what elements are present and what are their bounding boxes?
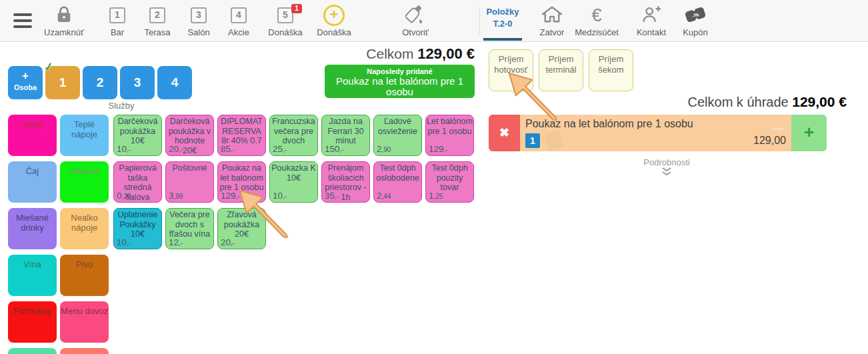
product-price: 2,44 (377, 191, 391, 201)
product-button[interactable]: Papierová taška stredná fialova 0,20 (113, 161, 162, 203)
tab-sublabel: T.2-0 (483, 18, 522, 30)
cart-item-name: Poukaz na let balónom pre 1 osobu (525, 118, 693, 130)
amount-due-value: 129,00 € (792, 94, 847, 109)
product-button[interactable]: Test 0dph oslobodene 2,44 (373, 161, 422, 203)
category-button[interactable]: Teplé nápoje (60, 115, 109, 156)
pay-check-button[interactable]: Príjem šekom (589, 49, 633, 91)
product-price: 20,- (221, 237, 235, 247)
pay-terminal-button[interactable]: Príjem terminál (539, 49, 583, 91)
amount-due-label: Celkom k úhrade (688, 95, 789, 109)
pay-cash-button[interactable]: Príjem hotovosť (489, 49, 533, 91)
product-price: 85,- (221, 144, 235, 154)
person-button-4[interactable]: 4 (157, 66, 192, 99)
product-name: Test 0dph oslobodene (375, 163, 421, 183)
notification-badge: 1 (291, 4, 302, 13)
category-button[interactable]: Čaj (8, 161, 57, 203)
toolbar-item-zatvor[interactable]: Zatvor (533, 4, 571, 37)
key-4-icon: 4 (231, 7, 247, 23)
remove-item-button[interactable]: ✖ (489, 115, 520, 151)
product-price: 10,- (117, 237, 131, 247)
add-item-button[interactable]: + (791, 115, 827, 151)
product-name: Let balónom pre 1 osobu (427, 117, 473, 136)
category-button[interactable]: Miešané drinky (8, 208, 57, 249)
product-name: Francuzska večera pre dvoch (271, 117, 317, 146)
plus-icon: + (804, 122, 814, 142)
product-button[interactable]: Jazda na Ferrari 30 minut 150,- (321, 115, 370, 156)
key-3-icon: 3 (191, 7, 207, 23)
tab-polozky[interactable]: Položky T.2-0 (483, 6, 522, 30)
category-button[interactable]: Vína (8, 255, 57, 296)
toolbar-item-bar[interactable]: 1 Bar (97, 4, 137, 37)
product-name: Test 0dph pouzity tovar (427, 163, 473, 193)
order-total: Celkom 129,00 € (268, 45, 475, 63)
home-icon (541, 5, 563, 26)
close-icon: ✖ (499, 126, 509, 139)
category-button[interactable]: Menu dovoz (60, 301, 109, 343)
product-name: Zľavová poukážka 20€ (219, 210, 265, 239)
euro-icon: € (591, 5, 601, 26)
product-button[interactable]: Poukaz na let balónom pre 1 osobu 129,- (217, 161, 266, 203)
toolbar-item-otvorit[interactable]: Otvoriť (390, 4, 441, 37)
plus-icon: + (8, 71, 43, 81)
toolbar-item-terasa[interactable]: 2 Terasa (137, 4, 177, 37)
product-button[interactable]: Večera pre dvoch s fľašou vína 12,- (165, 208, 214, 249)
last-added-button[interactable]: Naposledy pridané Poukaz na let balónom … (325, 65, 475, 98)
category-button[interactable]: Jedlá (8, 115, 57, 156)
category-button[interactable] (8, 348, 57, 354)
product-button[interactable]: Zľavová poukážka 20€ 20,- (217, 208, 266, 249)
toolbar-item-akcie[interactable]: 4 Akcie (219, 4, 259, 37)
toolbar-item-medzisucet[interactable]: € Medzisúčet (571, 4, 622, 37)
product-price: 129,- (429, 144, 448, 154)
toolbar-item-kupon[interactable]: -% Kupón (675, 4, 715, 37)
category-button[interactable] (60, 348, 109, 354)
category-button[interactable]: Alkohol (60, 161, 109, 203)
person-add-icon (641, 5, 661, 26)
product-price: 20,- (169, 144, 183, 154)
order-total-label: Celkom (366, 46, 413, 61)
check-icon: ✓ (43, 59, 55, 75)
category-button[interactable]: Pivo (60, 255, 109, 296)
product-price: 129,- (221, 191, 240, 201)
product-button[interactable]: Uplatnenie Poukážky 10€ 10,- (113, 208, 162, 249)
product-button[interactable]: Darčeková poukážka 10€ 10,- (113, 115, 162, 156)
add-person-button[interactable]: + Osoba (8, 66, 43, 99)
product-button[interactable]: Let balónom pre 1 osobu 129,- (425, 115, 474, 156)
product-price: 25,- (273, 144, 287, 154)
product-button[interactable]: Poukazka K 10€ 10,- (269, 161, 318, 203)
category-button[interactable]: Pochutiny (8, 301, 57, 343)
person-button-2[interactable]: 2 (83, 66, 117, 99)
product-button[interactable]: Francuzska večera pre dvoch 25,- (269, 115, 318, 156)
tab-label: Položky (483, 6, 522, 18)
product-button[interactable]: Ľadové osvieženie 2,90 (373, 115, 422, 156)
person-button-3[interactable]: 3 (120, 66, 155, 99)
product-name: Poukazka K 10€ (271, 163, 317, 183)
last-added-caption: Naposledy pridané (325, 67, 475, 75)
category-button[interactable]: Nealko nápoje (60, 208, 109, 249)
product-button[interactable]: DIPLOMAT RESERVA 8r 40% 0.7 85,- (217, 115, 266, 156)
active-tab-underline (483, 38, 522, 41)
receipt-icon (545, 131, 563, 151)
toolbar-item-donaska[interactable]: 5 1 Donáška (264, 4, 307, 37)
product-price: 1,25 (429, 191, 443, 201)
toolbar-item-kontakt[interactable]: Kontakt (631, 4, 671, 37)
toolbar-item-label: Donáška (264, 27, 307, 37)
last-added-name: Poukaz na let balónom pre 1 osobu (325, 76, 475, 97)
toolbar-item-donaska-new[interactable]: + Donáška (313, 4, 355, 37)
toolbar-item-label: Bar (97, 27, 137, 37)
toolbar-item-salon[interactable]: 3 Salón (179, 4, 219, 37)
toolbar-item-lock[interactable]: Uzamknúť (40, 4, 88, 37)
product-price: 35,- (325, 191, 339, 201)
product-button[interactable]: Poštovné 3,99 (165, 161, 214, 203)
plus-circle-icon: + (323, 5, 345, 26)
menu-icon[interactable] (13, 13, 32, 31)
toolbar-item-label: Medzisúčet (571, 27, 622, 37)
product-button[interactable]: Test 0dph pouzity tovar 1,25 (425, 161, 474, 203)
product-button[interactable]: Prenájom školiacich priestorov - 1h 35,- (321, 161, 370, 203)
product-price: 10,- (117, 144, 131, 154)
coupon-icon: -% (683, 5, 707, 27)
cart-item-row[interactable]: Poukaz na let balónom pre 1 osobu 1 129,… (520, 115, 791, 151)
details-toggle[interactable]: Podrobnosti (620, 157, 713, 179)
product-name: DIPLOMAT RESERVA 8r 40% 0.7 (219, 117, 265, 146)
product-price: 10,- (273, 191, 287, 201)
product-button[interactable]: Darčeková poukážka v hodnote 20€ 20,- (165, 115, 214, 156)
